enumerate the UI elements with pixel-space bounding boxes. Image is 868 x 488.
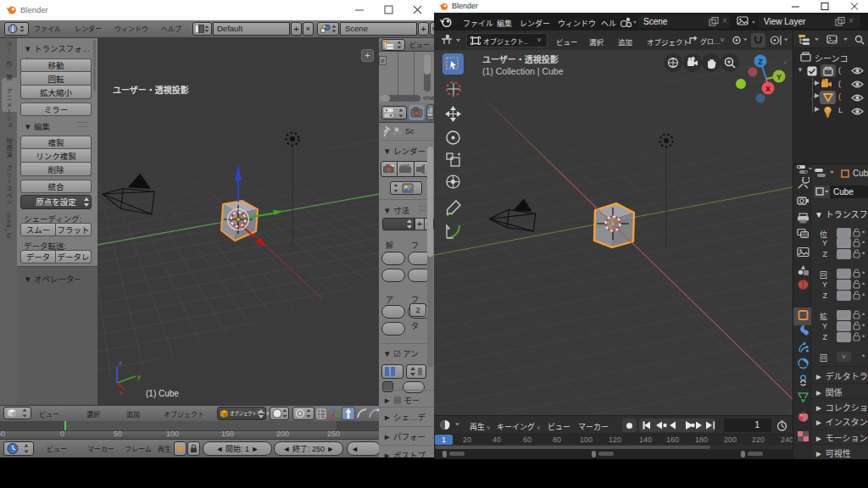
- svg-text:Z: Z: [758, 58, 763, 66]
- svg-text:X: X: [765, 85, 771, 93]
- svg-text:z: z: [119, 359, 122, 367]
- svg-text:x: x: [120, 389, 123, 396]
- svg-text:Y: Y: [776, 73, 782, 81]
- svg-text:y: y: [137, 373, 141, 380]
